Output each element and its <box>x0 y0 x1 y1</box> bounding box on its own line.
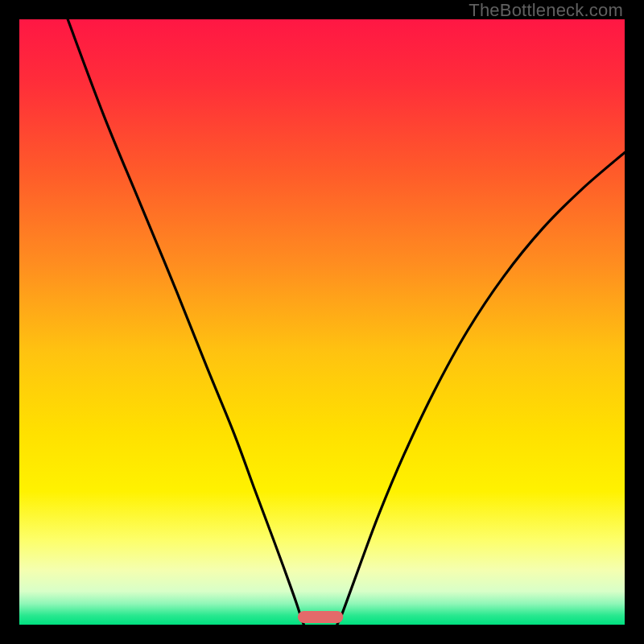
bottleneck-marker <box>298 611 343 623</box>
gradient-background <box>19 19 625 625</box>
bottleneck-chart <box>19 19 625 625</box>
marker-layer <box>298 611 343 623</box>
watermark-text: TheBottleneck.com <box>469 0 623 21</box>
chart-frame <box>19 19 625 625</box>
